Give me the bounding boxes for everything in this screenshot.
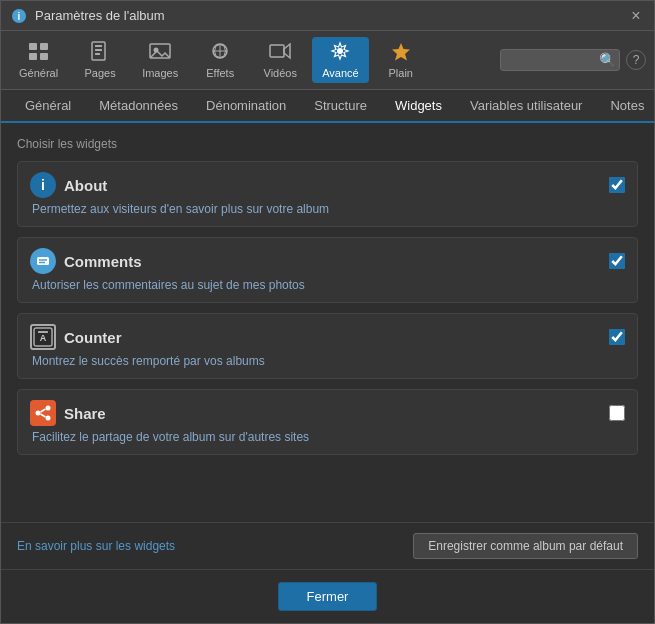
plain-icon bbox=[389, 41, 413, 65]
svg-rect-22 bbox=[37, 257, 49, 265]
svg-rect-7 bbox=[95, 45, 102, 47]
toolbar-item-effets[interactable]: Effets bbox=[192, 37, 248, 83]
bottom-bar: Fermer bbox=[1, 569, 654, 623]
widget-about-header: i About bbox=[30, 172, 625, 198]
svg-text:i: i bbox=[18, 11, 21, 22]
svg-rect-2 bbox=[29, 43, 37, 50]
svg-point-29 bbox=[46, 406, 51, 411]
share-icon bbox=[30, 400, 56, 426]
share-title: Share bbox=[64, 405, 601, 422]
general-icon bbox=[27, 41, 51, 65]
svg-rect-8 bbox=[95, 49, 102, 51]
general-label: Général bbox=[19, 67, 58, 79]
search-icon[interactable]: 🔍 bbox=[599, 52, 616, 68]
about-checkbox[interactable] bbox=[609, 177, 625, 193]
svg-rect-27 bbox=[38, 331, 48, 333]
avance-icon bbox=[328, 41, 352, 65]
tab-general[interactable]: Général bbox=[11, 90, 85, 123]
widget-comments: Comments Autoriser les commentaires au s… bbox=[17, 237, 638, 303]
tabs-bar: Général Métadonnées Dénomination Structu… bbox=[1, 90, 654, 123]
svg-rect-3 bbox=[40, 43, 48, 50]
tab-structure[interactable]: Structure bbox=[300, 90, 381, 123]
effets-label: Effets bbox=[206, 67, 234, 79]
about-title: About bbox=[64, 177, 601, 194]
toolbar-item-pages[interactable]: Pages bbox=[72, 37, 128, 83]
effets-icon bbox=[208, 41, 232, 65]
images-label: Images bbox=[142, 67, 178, 79]
avance-label: Avancé bbox=[322, 67, 359, 79]
widget-counter: A Counter Montrez le succès remporté par… bbox=[17, 313, 638, 379]
tab-metadonnees[interactable]: Métadonnées bbox=[85, 90, 192, 123]
svg-marker-16 bbox=[284, 44, 290, 58]
section-label: Choisir les widgets bbox=[17, 137, 638, 151]
counter-description: Montrez le succès remporté par vos album… bbox=[30, 354, 625, 368]
search-area: 🔍 ? bbox=[500, 49, 646, 71]
pages-icon bbox=[88, 41, 112, 65]
svg-point-31 bbox=[46, 416, 51, 421]
svg-rect-9 bbox=[95, 53, 100, 55]
tab-denomination[interactable]: Dénomination bbox=[192, 90, 300, 123]
svg-rect-5 bbox=[40, 53, 48, 60]
toolbar: Général Pages Images bbox=[1, 31, 654, 90]
comments-icon bbox=[30, 248, 56, 274]
about-description: Permettez aux visiteurs d'en savoir plus… bbox=[30, 202, 625, 216]
pages-label: Pages bbox=[85, 67, 116, 79]
svg-rect-4 bbox=[29, 53, 37, 60]
svg-marker-18 bbox=[392, 43, 410, 61]
svg-point-17 bbox=[337, 48, 343, 54]
app-icon: i bbox=[11, 8, 27, 24]
comments-checkbox[interactable] bbox=[609, 253, 625, 269]
toolbar-item-general[interactable]: Général bbox=[9, 37, 68, 83]
toolbar-item-avance[interactable]: Avancé bbox=[312, 37, 369, 83]
footer-bar: En savoir plus sur les widgets Enregistr… bbox=[1, 522, 654, 569]
toolbar-item-plain[interactable]: Plain bbox=[373, 37, 429, 83]
svg-text:i: i bbox=[41, 177, 45, 193]
counter-icon: A bbox=[30, 324, 56, 350]
toolbar-item-images[interactable]: Images bbox=[132, 37, 188, 83]
counter-checkbox[interactable] bbox=[609, 329, 625, 345]
plain-label: Plain bbox=[388, 67, 412, 79]
window-title: Paramètres de l'album bbox=[35, 8, 628, 23]
toolbar-item-videos[interactable]: Vidéos bbox=[252, 37, 308, 83]
widget-comments-header: Comments bbox=[30, 248, 625, 274]
counter-title: Counter bbox=[64, 329, 601, 346]
videos-icon bbox=[268, 41, 292, 65]
comments-description: Autoriser les commentaires au sujet de m… bbox=[30, 278, 625, 292]
tab-notes[interactable]: Notes bbox=[596, 90, 655, 123]
main-window: i Paramètres de l'album × Général bbox=[0, 0, 655, 624]
svg-point-30 bbox=[36, 411, 41, 416]
svg-rect-28 bbox=[32, 402, 54, 424]
search-wrapper: 🔍 bbox=[500, 49, 620, 71]
help-icon[interactable]: ? bbox=[626, 50, 646, 70]
save-default-button[interactable]: Enregistrer comme album par défaut bbox=[413, 533, 638, 559]
title-bar: i Paramètres de l'album × bbox=[1, 1, 654, 31]
widget-share: Share Facilitez le partage de votre albu… bbox=[17, 389, 638, 455]
close-button[interactable]: × bbox=[628, 8, 644, 24]
svg-rect-15 bbox=[270, 45, 284, 57]
videos-label: Vidéos bbox=[264, 67, 297, 79]
more-info-link[interactable]: En savoir plus sur les widgets bbox=[17, 539, 175, 553]
about-icon: i bbox=[30, 172, 56, 198]
comments-title: Comments bbox=[64, 253, 601, 270]
widget-about: i About Permettez aux visiteurs d'en sav… bbox=[17, 161, 638, 227]
close-dialog-button[interactable]: Fermer bbox=[278, 582, 378, 611]
images-icon bbox=[148, 41, 172, 65]
svg-text:A: A bbox=[40, 333, 47, 343]
tab-variables[interactable]: Variables utilisateur bbox=[456, 90, 596, 123]
widget-counter-header: A Counter bbox=[30, 324, 625, 350]
share-description: Facilitez le partage de votre album sur … bbox=[30, 430, 625, 444]
share-checkbox[interactable] bbox=[609, 405, 625, 421]
tab-widgets[interactable]: Widgets bbox=[381, 90, 456, 123]
content-area: Choisir les widgets i About Permettez au… bbox=[1, 123, 654, 522]
widget-share-header: Share bbox=[30, 400, 625, 426]
